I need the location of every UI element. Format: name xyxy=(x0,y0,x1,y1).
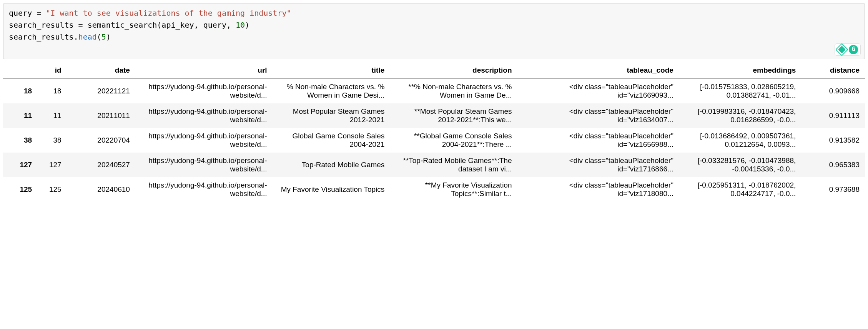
row-index: 127 xyxy=(3,153,37,177)
grammarly-icon[interactable]: G xyxy=(849,45,858,54)
cell-description: **% Non-male Characters vs. % Women in G… xyxy=(390,79,517,104)
cell-date: 20221121 xyxy=(67,79,135,104)
cell-tableau_code: <div class="tableauPlaceholder" id="viz1… xyxy=(517,103,679,128)
table-row: 12712720240527https://yudong-94.github.i… xyxy=(3,153,865,177)
cell-url: https://yudong-94.github.io/personal-web… xyxy=(135,103,273,128)
cell-url: https://yudong-94.github.io/personal-web… xyxy=(135,128,273,153)
cell-description: **Global Game Console Sales 2004-2021**:… xyxy=(390,128,517,153)
cell-embeddings: [-0.025951311, -0.018762002, 0.044224717… xyxy=(679,177,801,202)
cell-date: 20240610 xyxy=(67,177,135,202)
cell-id: 127 xyxy=(37,153,67,177)
cell-title: Global Game Console Sales 2004-2021 xyxy=(273,128,390,153)
table-row: 383820220704https://yudong-94.github.io/… xyxy=(3,128,865,153)
row-index: 11 xyxy=(3,103,37,128)
row-index: 125 xyxy=(3,177,37,202)
cell-description: **Top-Rated Mobile Games**:The dataset I… xyxy=(390,153,517,177)
cell-id: 11 xyxy=(37,103,67,128)
col-distance: distance xyxy=(801,62,865,79)
cell-tableau_code: <div class="tableauPlaceholder" id="viz1… xyxy=(517,79,679,104)
diamond-icon[interactable] xyxy=(837,45,846,54)
cell-title: % Non-male Characters vs. % Women in Gam… xyxy=(273,79,390,104)
cell-date: 20240527 xyxy=(67,153,135,177)
col-title: title xyxy=(273,62,390,79)
col-id: id xyxy=(37,62,67,79)
cell-description: **Most Popular Steam Games 2012-2021**:T… xyxy=(390,103,517,128)
cell-date: 20211011 xyxy=(67,103,135,128)
table-row: 181820221121https://yudong-94.github.io/… xyxy=(3,79,865,104)
col-tableau-code: tableau_code xyxy=(517,62,679,79)
table-row: 111120211011https://yudong-94.github.io/… xyxy=(3,103,865,128)
header-row: id date url title description tableau_co… xyxy=(3,62,865,79)
row-index: 18 xyxy=(3,79,37,104)
cell-distance: 0.911113 xyxy=(801,103,865,128)
cell-tableau_code: <div class="tableauPlaceholder" id="viz1… xyxy=(517,128,679,153)
cell-distance: 0.913582 xyxy=(801,128,865,153)
cell-embeddings: [-0.013686492, 0.009507361, 0.01212654, … xyxy=(679,128,801,153)
cell-url: https://yudong-94.github.io/personal-web… xyxy=(135,79,273,104)
cell-distance: 0.965383 xyxy=(801,153,865,177)
cell-embeddings: [-0.033281576, -0.010473988, -0.00415336… xyxy=(679,153,801,177)
table-row: 12512520240610https://yudong-94.github.i… xyxy=(3,177,865,202)
dataframe-output: id date url title description tableau_co… xyxy=(3,62,865,202)
col-embeddings: embeddings xyxy=(679,62,801,79)
cell-date: 20220704 xyxy=(67,128,135,153)
cell-url: https://yudong-94.github.io/personal-web… xyxy=(135,153,273,177)
col-url: url xyxy=(135,62,273,79)
cell-title: Most Popular Steam Games 2012-2021 xyxy=(273,103,390,128)
code-input-cell[interactable]: query = "I want to see visualizations of… xyxy=(3,3,865,59)
cell-id: 125 xyxy=(37,177,67,202)
cell-title: My Favorite Visualization Topics xyxy=(273,177,390,202)
cell-distance: 0.973688 xyxy=(801,177,865,202)
cell-title: Top-Rated Mobile Games xyxy=(273,153,390,177)
row-index: 38 xyxy=(3,128,37,153)
cell-id: 18 xyxy=(37,79,67,104)
cell-embeddings: [-0.015751833, 0.028605219, 0.013882741,… xyxy=(679,79,801,104)
col-date: date xyxy=(67,62,135,79)
col-index xyxy=(3,62,37,79)
cell-distance: 0.909668 xyxy=(801,79,865,104)
cell-id: 38 xyxy=(37,128,67,153)
cell-url: https://yudong-94.github.io/personal-web… xyxy=(135,177,273,202)
cell-tableau_code: <div class="tableauPlaceholder" id="viz1… xyxy=(517,153,679,177)
code-text: query = "I want to see visualizations of… xyxy=(9,8,291,42)
cell-tableau_code: <div class="tableauPlaceholder" id="viz1… xyxy=(517,177,679,202)
col-description: description xyxy=(390,62,517,79)
browser-extension-badges: G xyxy=(835,43,861,56)
cell-embeddings: [-0.019983316, -0.018470423, 0.016286599… xyxy=(679,103,801,128)
cell-description: **My Favorite Visualization Topics**:Sim… xyxy=(390,177,517,202)
